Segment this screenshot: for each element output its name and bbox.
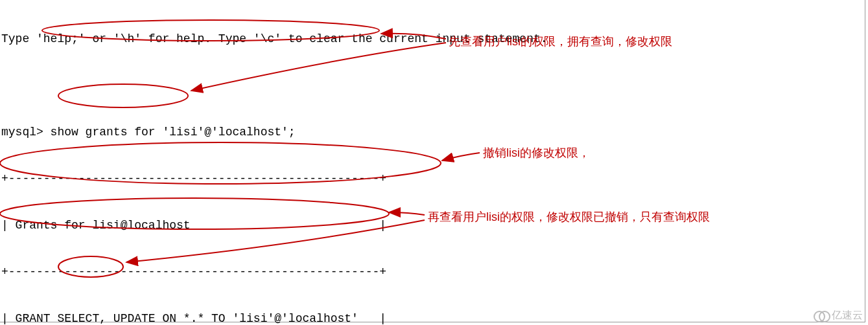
terminal-output: Type 'help;' or '\h' for help. Type '\c'… xyxy=(0,0,865,322)
terminal-line xyxy=(1,78,863,93)
terminal-line: mysql> show grants for 'lisi'@'localhost… xyxy=(1,124,863,140)
watermark: 亿速云 xyxy=(814,308,863,323)
annotation-3: 再查看用户lisi的权限，修改权限已撤销，只有查询权限 xyxy=(428,209,710,225)
terminal-line: Type 'help;' or '\h' for help. Type '\c'… xyxy=(1,31,863,47)
watermark-icon xyxy=(814,311,829,320)
annotation-2: 撤销lisi的修改权限， xyxy=(483,145,590,161)
annotation-1: 先查看用户lisi的权限，拥有查询，修改权限 xyxy=(449,34,672,49)
terminal-line: +---------------------------------------… xyxy=(1,264,863,280)
terminal-line: | GRANT SELECT, UPDATE ON *.* TO 'lisi'@… xyxy=(1,311,863,325)
terminal-line: +---------------------------------------… xyxy=(1,171,863,186)
watermark-text: 亿速云 xyxy=(832,308,863,323)
